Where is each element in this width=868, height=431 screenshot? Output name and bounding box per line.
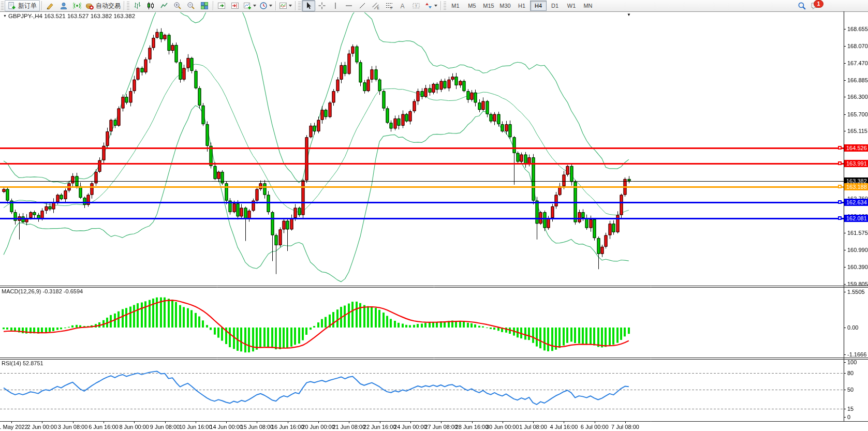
autotrade-label: 自动交易 <box>96 2 121 10</box>
tile-windows-icon <box>200 2 209 10</box>
timeframe-button-m1[interactable]: M1 <box>447 1 464 11</box>
tile-windows-button[interactable] <box>198 0 211 11</box>
channel-tool-button[interactable]: E <box>369 0 382 11</box>
separator <box>275 1 276 10</box>
zoom-in-icon <box>173 2 182 10</box>
separator <box>295 1 296 10</box>
timeframe-button-m30[interactable]: M30 <box>497 1 513 11</box>
line-chart-button[interactable] <box>157 0 171 11</box>
text-label-tool-button[interactable]: T <box>409 0 423 11</box>
line-chart-icon <box>160 2 168 10</box>
horizontal-line-icon <box>345 2 353 10</box>
candlestick-chart-button[interactable] <box>144 0 157 11</box>
chart-shift-icon <box>231 2 239 10</box>
new-order-label: 新订单 <box>18 2 37 10</box>
price-level-tag[interactable]: 163.991 <box>844 160 868 167</box>
separator <box>213 1 213 10</box>
search-button[interactable] <box>795 0 808 11</box>
vertical-line-icon <box>331 2 340 10</box>
candlestick-icon <box>146 2 155 10</box>
level-line-handle[interactable] <box>838 200 842 204</box>
autotrade-icon <box>85 2 94 10</box>
crosshair-icon <box>318 2 326 10</box>
level-line-handle[interactable] <box>838 185 842 188</box>
fibonacci-tool-button[interactable]: F <box>382 0 396 11</box>
dropdown-caret <box>253 5 256 7</box>
dropdown-caret <box>289 5 292 7</box>
dropdown-caret <box>269 5 272 7</box>
new-chart-icon <box>243 2 252 10</box>
bar-chart-button[interactable] <box>130 0 144 11</box>
separator <box>124 1 124 10</box>
svg-text:A: A <box>401 3 405 10</box>
timeframe-button-h4[interactable]: H4 <box>530 1 547 11</box>
notification-badge: 1 <box>814 0 823 8</box>
autotrade-button[interactable]: 自动交易 <box>84 0 122 11</box>
periods-button[interactable] <box>258 0 274 11</box>
auto-scroll-button[interactable] <box>215 0 228 11</box>
level-line-handle[interactable] <box>838 216 842 220</box>
search-icon <box>798 2 806 10</box>
trendline-icon <box>358 2 366 10</box>
community-button[interactable] <box>57 0 70 11</box>
styler-button[interactable] <box>43 0 57 11</box>
price-level-tag[interactable]: 164.526 <box>844 144 868 152</box>
timeframe-button-mn[interactable]: MN <box>580 1 596 11</box>
cursor-arrow-icon <box>304 2 313 10</box>
svg-text:E: E <box>377 6 380 10</box>
arrows-icon <box>424 2 433 10</box>
timeframe-button-h1[interactable]: H1 <box>513 1 530 11</box>
equidistant-channel-icon: E <box>372 2 380 10</box>
toolbar-grip <box>1 2 4 10</box>
new-order-icon <box>8 2 16 10</box>
arrows-tool-button[interactable] <box>423 0 439 11</box>
toolbar-grip <box>298 2 301 10</box>
cursor-tool-button[interactable] <box>302 0 315 11</box>
separator <box>440 1 441 10</box>
price-chart-canvas[interactable] <box>0 11 868 431</box>
timeframe-toolbar: M1M5M15M30H1H4D1W1MN <box>447 1 596 11</box>
notifications-button[interactable]: 1 <box>808 0 822 11</box>
vertical-line-tool-button[interactable] <box>329 0 342 11</box>
horizontal-line-tool-button[interactable] <box>342 0 356 11</box>
trendline-tool-button[interactable] <box>356 0 369 11</box>
auto-scroll-icon <box>217 2 226 10</box>
mt4-terminal-window: { "toolbar": { "new_order_label": "新订单",… <box>0 0 868 431</box>
level-line-handle[interactable] <box>838 161 842 165</box>
dropdown-caret <box>434 5 437 7</box>
crayon-icon <box>46 2 54 10</box>
separator <box>41 1 42 10</box>
price-level-tag[interactable]: 162.081 <box>844 215 868 222</box>
timeframe-button-m5[interactable]: M5 <box>464 1 480 11</box>
community-person-icon <box>60 2 68 10</box>
main-toolbar: 新订单 自动交易 E F A T M1M5M15M30H1H4D1W1MN <box>0 0 868 12</box>
toolbar-grip <box>444 2 446 10</box>
indicators-icon <box>279 2 287 10</box>
price-level-tag[interactable]: 162.634 <box>844 199 868 206</box>
timeframe-button-d1[interactable]: D1 <box>547 1 563 11</box>
price-level-tag[interactable]: 163.188 <box>844 183 868 190</box>
timeframe-button-w1[interactable]: W1 <box>563 1 580 11</box>
text-icon: A <box>399 2 407 10</box>
clock-icon <box>259 2 268 10</box>
svg-text:T: T <box>415 4 418 8</box>
new-order-button[interactable]: 新订单 <box>5 0 40 11</box>
signals-radio-icon <box>73 2 81 10</box>
svg-text:F: F <box>391 6 393 10</box>
zoom-out-icon <box>187 2 195 10</box>
text-label-icon: T <box>412 2 420 10</box>
ohlc-bars-icon <box>133 2 141 10</box>
zoom-in-button[interactable] <box>171 0 184 11</box>
zoom-out-button[interactable] <box>184 0 198 11</box>
toolbar-grip <box>127 2 129 10</box>
text-tool-button[interactable]: A <box>396 0 409 11</box>
toolbar-right-icons: 1 <box>795 0 822 11</box>
fibonacci-icon: F <box>385 2 393 10</box>
chart-shift-button[interactable] <box>228 0 242 11</box>
signals-button[interactable] <box>70 0 84 11</box>
level-line-handle[interactable] <box>838 146 842 150</box>
new-chart-button[interactable] <box>242 0 258 11</box>
timeframe-button-m15[interactable]: M15 <box>480 1 497 11</box>
crosshair-tool-button[interactable] <box>315 0 329 11</box>
indicators-button[interactable] <box>277 0 293 11</box>
